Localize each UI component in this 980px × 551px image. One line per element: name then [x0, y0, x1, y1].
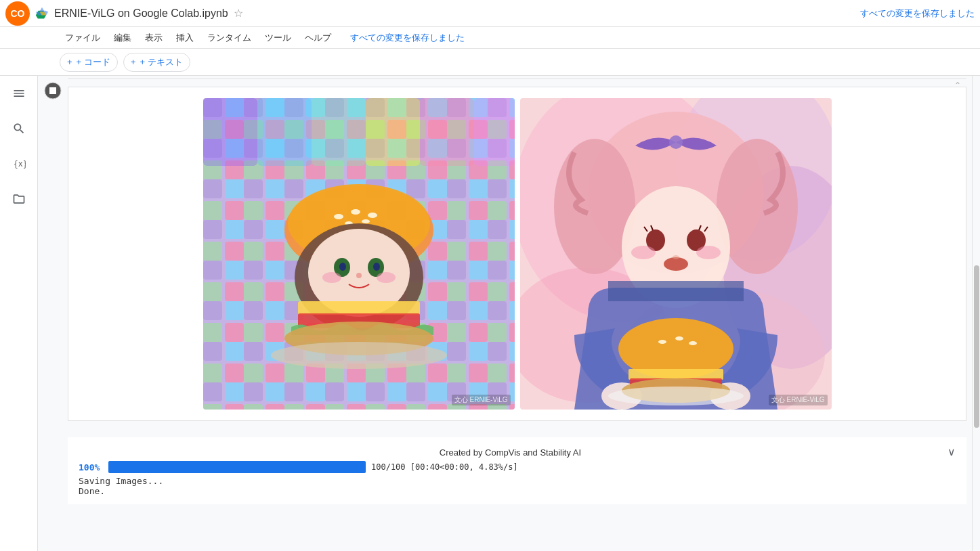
svg-rect-10 — [312, 98, 366, 166]
image-1: 文心 ERNIE-ViLG — [203, 98, 515, 410]
progress-percentage: 100% — [79, 462, 103, 472]
svg-point-54 — [658, 340, 666, 344]
scroll-top-indicator[interactable]: ⌃ — [954, 81, 961, 90]
svg-rect-30 — [298, 301, 420, 315]
ernie-badge-1: 文心 ERNIE-ViLG — [452, 395, 511, 405]
progress-section: Created by CompVis and Stability AI ∨ 10… — [68, 437, 966, 504]
svg-text:{x}: {x} — [13, 159, 25, 169]
sidebar-search-icon[interactable] — [7, 116, 31, 141]
drive-icon — [35, 7, 49, 20]
svg-rect-8 — [203, 98, 257, 166]
images-output: 文心 ERNIE-ViLG — [68, 87, 966, 421]
svg-point-20 — [362, 219, 370, 223]
svg-point-60 — [608, 387, 744, 405]
menu-bar: ファイル 編集 表示 挿入 ランタイム ツール ヘルプ すべての変更を保存しまし… — [0, 27, 980, 49]
sidebar-files-icon[interactable] — [7, 187, 31, 211]
svg-point-55 — [675, 336, 683, 340]
image-2: 文心 ERNIE-ViLG — [520, 98, 832, 410]
svg-point-56 — [689, 341, 697, 345]
svg-point-27 — [322, 272, 341, 283]
svg-point-42 — [669, 135, 683, 149]
plus-text-icon: + — [131, 57, 136, 67]
menu-edit[interactable]: 編集 — [108, 29, 137, 47]
svg-point-47 — [696, 246, 721, 259]
collapse-button[interactable]: ∨ — [947, 445, 956, 458]
svg-rect-13 — [474, 98, 515, 166]
svg-point-18 — [368, 213, 377, 218]
svg-point-17 — [351, 209, 360, 215]
svg-rect-50 — [608, 281, 744, 301]
progress-bar-row: 100% 100/100 [00:40<00:00, 4.83%/s] — [79, 461, 956, 473]
svg-rect-11 — [366, 98, 420, 166]
add-text-label: + テキスト — [140, 56, 182, 68]
cell-scroll-top: ⌃ — [68, 79, 966, 87]
svg-point-33 — [271, 342, 447, 369]
main-layout: {x} ⌃ — [0, 76, 980, 551]
progress-bar-background — [108, 461, 366, 473]
image-2-wrapper: 文心 ERNIE-ViLG — [520, 98, 832, 410]
generated-by-label: Created by CompVis and Stability AI — [440, 447, 581, 458]
svg-point-16 — [334, 214, 343, 219]
add-text-button[interactable]: + + テキスト — [123, 53, 190, 72]
right-scrollbar[interactable] — [972, 76, 980, 551]
menu-runtime[interactable]: ランタイム — [202, 29, 257, 47]
ernie-badge-2: 文心 ERNIE-ViLG — [769, 395, 828, 405]
add-code-label: + コード — [77, 56, 110, 68]
code-cell: ⌃ — [38, 76, 972, 507]
image2-svg — [520, 98, 832, 410]
svg-point-49 — [673, 255, 679, 259]
menu-file[interactable]: ファイル — [60, 29, 106, 47]
colab-logo: CO — [5, 1, 30, 26]
content-area: ⌃ — [38, 76, 972, 551]
svg-point-28 — [377, 272, 396, 283]
done-text: Done. — [79, 486, 956, 496]
cell-run-button[interactable] — [43, 81, 62, 100]
star-icon[interactable]: ☆ — [234, 7, 243, 20]
svg-rect-2 — [49, 87, 56, 94]
svg-point-46 — [631, 246, 656, 259]
sidebar: {x} — [0, 76, 38, 551]
menu-saved-text[interactable]: すべての変更を保存しました — [345, 29, 470, 47]
progress-bar-fill — [108, 461, 366, 473]
svg-point-25 — [339, 263, 346, 271]
sidebar-variables-icon[interactable]: {x} — [7, 152, 31, 176]
add-code-button[interactable]: + + コード — [60, 53, 118, 72]
menu-help[interactable]: ヘルプ — [299, 29, 337, 47]
svg-point-26 — [373, 263, 380, 271]
menu-tools[interactable]: ツール — [259, 29, 297, 47]
plus-code-icon: + — [67, 57, 72, 67]
generated-by-text: Created by CompVis and Stability AI — [79, 446, 942, 458]
menu-insert[interactable]: 挿入 — [171, 29, 199, 47]
svg-rect-12 — [420, 98, 474, 166]
saved-status[interactable]: すべての変更を保存しました — [860, 7, 975, 20]
top-bar: CO ERNIE-ViLG on Google Colab.ipynb ☆ すべ… — [0, 0, 980, 27]
image1-bg-svg — [203, 98, 515, 410]
svg-point-29 — [356, 273, 362, 278]
progress-header: Created by CompVis and Stability AI ∨ — [79, 445, 956, 458]
saving-images-text: Saving Images... — [79, 476, 956, 486]
file-title: ERNIE-ViLG on Google Colab.ipynb — [54, 7, 228, 20]
sidebar-toc-icon[interactable] — [7, 81, 31, 106]
cell-output-wrapper: ⌃ — [68, 79, 966, 504]
svg-rect-57 — [629, 369, 723, 380]
svg-rect-9 — [257, 98, 312, 166]
scrollbar-thumb[interactable] — [974, 265, 979, 428]
toolbar: + + コード + + テキスト — [0, 49, 980, 76]
progress-stats: 100/100 [00:40<00:00, 4.83%/s] — [371, 462, 518, 472]
output-spacer — [68, 421, 966, 437]
menu-view[interactable]: 表示 — [140, 29, 168, 47]
image-1-wrapper: 文心 ERNIE-ViLG — [203, 98, 515, 410]
